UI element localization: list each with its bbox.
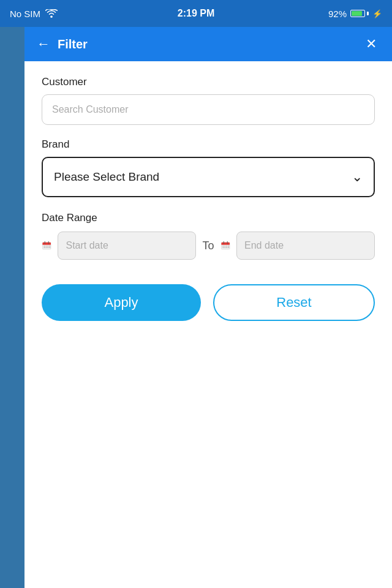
carrier-text: No SIM bbox=[10, 9, 40, 19]
svg-rect-15 bbox=[221, 244, 229, 244]
svg-rect-5 bbox=[43, 246, 45, 246]
customer-label: Customer bbox=[42, 76, 375, 88]
svg-rect-11 bbox=[47, 247, 48, 248]
svg-rect-25 bbox=[228, 247, 229, 248]
filter-modal: ← Filter ✕ Customer Brand Please Select … bbox=[24, 27, 392, 588]
apply-button[interactable]: Apply bbox=[42, 284, 201, 321]
svg-rect-18 bbox=[222, 246, 224, 246]
brand-select[interactable]: Please Select Brand ⌄ bbox=[42, 157, 375, 197]
svg-rect-7 bbox=[47, 246, 48, 246]
status-time: 2:19 PM bbox=[178, 8, 214, 19]
to-separator: To bbox=[202, 239, 214, 252]
header-left: ← Filter bbox=[37, 36, 88, 52]
reset-button[interactable]: Reset bbox=[213, 284, 375, 321]
charging-icon: ⚡ bbox=[372, 9, 382, 18]
modal-header: ← Filter ✕ bbox=[24, 27, 392, 61]
status-right: 92% ⚡ bbox=[328, 9, 382, 19]
status-left: No SIM bbox=[10, 9, 58, 19]
start-calendar-icon[interactable] bbox=[42, 232, 51, 259]
svg-rect-23 bbox=[224, 247, 225, 248]
svg-rect-21 bbox=[228, 246, 229, 246]
svg-rect-6 bbox=[45, 246, 47, 246]
battery-icon bbox=[350, 10, 369, 17]
wifi-icon bbox=[45, 9, 58, 18]
svg-rect-12 bbox=[49, 247, 50, 248]
battery-percentage: 92% bbox=[328, 9, 347, 19]
svg-rect-9 bbox=[43, 247, 45, 248]
svg-rect-8 bbox=[49, 246, 50, 246]
svg-rect-20 bbox=[226, 246, 227, 246]
action-buttons: Apply Reset bbox=[42, 284, 375, 321]
status-bar: No SIM 2:19 PM 92% ⚡ bbox=[0, 0, 392, 27]
svg-rect-22 bbox=[222, 247, 224, 248]
date-range-label: Date Range bbox=[42, 212, 375, 224]
close-button[interactable]: ✕ bbox=[363, 36, 380, 53]
svg-rect-2 bbox=[42, 244, 50, 244]
background-overlay bbox=[0, 27, 24, 588]
end-date-input[interactable] bbox=[236, 232, 375, 260]
svg-rect-24 bbox=[226, 247, 227, 248]
modal-content: Customer Brand Please Select Brand ⌄ Dat… bbox=[24, 61, 392, 336]
svg-rect-10 bbox=[45, 247, 47, 248]
modal-title: Filter bbox=[58, 37, 88, 51]
brand-select-text: Please Select Brand bbox=[54, 170, 159, 184]
back-button[interactable]: ← bbox=[37, 36, 50, 52]
start-date-input[interactable] bbox=[58, 232, 196, 260]
chevron-down-icon: ⌄ bbox=[352, 169, 363, 185]
end-calendar-icon[interactable] bbox=[221, 232, 230, 259]
date-range-row: To bbox=[42, 232, 375, 260]
svg-rect-19 bbox=[224, 246, 225, 246]
customer-search-input[interactable] bbox=[42, 94, 375, 125]
brand-label: Brand bbox=[42, 138, 375, 151]
